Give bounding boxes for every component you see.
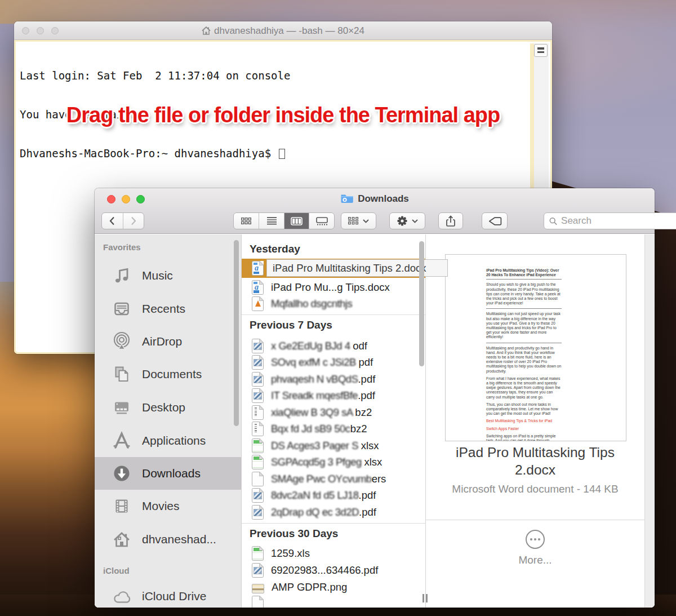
redacted-file-name: DS Acges3 Pager S — [271, 440, 361, 451]
search-icon — [549, 217, 557, 225]
preview-scrollbar-track[interactable] — [644, 234, 655, 608]
column-resize-handle[interactable] — [422, 594, 429, 603]
more-button[interactable] — [426, 530, 644, 551]
file-extension: .pdf — [359, 506, 376, 518]
pdf-file-icon — [252, 488, 264, 503]
list-row[interactable]: 69202983...634466.pdf — [242, 562, 425, 579]
annotation-headline: Drag the file or folder inside the Termi… — [14, 103, 552, 127]
sidebar-item-icloud-drive[interactable]: iCloud Drive — [95, 580, 241, 608]
vlc-file-icon — [252, 296, 264, 311]
sidebar-item-label: Music — [142, 269, 173, 282]
home-icon — [112, 529, 132, 549]
sidebar-item-label: Recents — [142, 302, 185, 316]
doc-paragraph: Should you wish to give a big push to th… — [486, 282, 562, 305]
redacted-file-name: SGPAcqd5g 3 Pfgeg — [271, 456, 364, 468]
file-extension: xlsx — [364, 456, 383, 468]
back-button[interactable] — [102, 213, 123, 229]
list-row[interactable]: AMP GDPR.png — [242, 579, 425, 596]
sidebar-item-label: Downloads — [142, 467, 201, 480]
redacted-file-name: Bqx fd Jd sB9 50c — [271, 423, 350, 435]
file-extension: .pdf — [358, 373, 375, 385]
docx-file-icon — [252, 261, 264, 276]
terminal-line-1: Last login: Sat Feb 2 11:37:04 on consol… — [20, 69, 523, 82]
list-row[interactable]: 1259.xls — [242, 545, 425, 562]
list-row[interactable]: Mqfallho dsgcnthjs — [242, 295, 425, 312]
column-view-button-selected[interactable] — [284, 213, 309, 229]
list-row[interactable]: 2qDrap dQ ec 3d2D.pdf — [242, 504, 425, 521]
list-row[interactable]: SGPAcqd5g 3 Pfgeg xlsx — [242, 454, 425, 471]
icon-view-button[interactable] — [234, 213, 259, 229]
sidebar-item-applications[interactable]: Applications — [95, 424, 241, 457]
sidebar-item-label: Applications — [142, 434, 206, 447]
list-row[interactable]: SMAge Pwc OYcvumbers — [242, 471, 425, 488]
downloads-folder-proxy-icon[interactable] — [340, 193, 354, 203]
list-row[interactable]: x Ge2EdUg BJd 4 odf — [242, 338, 425, 354]
pdf-file-icon — [252, 355, 264, 370]
file-extension: odf — [353, 340, 367, 352]
finder-body: Favorites Music Recents AirDrop Document… — [95, 234, 655, 608]
doc-separator — [486, 308, 562, 309]
desktop-icon — [112, 397, 132, 418]
list-row[interactable]: xiaQliew B 3Q9 sA bz2 — [242, 404, 425, 421]
search-input[interactable] — [561, 215, 676, 227]
chevron-down-icon — [363, 219, 369, 223]
list-scrollbar-thumb[interactable] — [419, 241, 424, 366]
list-row[interactable]: SOvq exfM c JSi2B pdf — [242, 354, 425, 371]
file-name: AMP GDPR.png — [272, 581, 347, 593]
doc-paragraph: From what I have experienced, what makes… — [486, 376, 562, 400]
terminal-titlebar[interactable]: dhvaneshadhiya — -bash — 80×24 — [14, 21, 552, 40]
doc-separator — [486, 279, 562, 280]
sidebar-item-recents[interactable]: Recents — [95, 293, 241, 325]
file-extension: bz2 — [355, 406, 372, 418]
more-label[interactable]: More... — [426, 554, 644, 566]
sidebar-item-downloads-selected[interactable]: Downloads — [95, 457, 241, 490]
forward-button[interactable] — [123, 213, 144, 229]
list-row[interactable]: 8dvc2aN fd d5 LJ18.pdf — [242, 488, 425, 504]
sidebar-item-documents[interactable]: Documents — [95, 358, 241, 391]
gallery-view-button[interactable] — [309, 213, 334, 229]
list-row[interactable]: Bqx fd Jd sB9 50cbz2 — [242, 421, 425, 438]
list-row[interactable]: IT Sreadk mqesfBfe.pdf — [242, 388, 425, 405]
sidebar-item-music[interactable]: Music — [95, 259, 241, 292]
list-row-selected[interactable]: iPad Pro Multitasking Tips 2.docx — [242, 259, 425, 278]
list-row-partial[interactable] — [242, 598, 425, 608]
sidebar-item-airdrop[interactable]: AirDrop — [95, 325, 241, 358]
tag-button[interactable] — [482, 212, 508, 229]
finder-title-text: Downloads — [358, 193, 409, 204]
preview-file-title-line2: 2.docx — [426, 462, 644, 478]
gear-icon — [397, 215, 408, 227]
ellipsis-icon — [526, 530, 545, 549]
file-extension: .pdf — [359, 489, 376, 501]
document-preview-text: iPad Pro Multitasking Tips (Video): Over… — [486, 268, 562, 441]
gallery-view-icon — [316, 217, 328, 225]
sidebar-item-home[interactable]: dhvaneshad... — [95, 523, 241, 556]
group-by-button[interactable] — [341, 212, 376, 229]
doc-heading: iPad Pro Multitasking Tips (Video): Over… — [486, 268, 562, 277]
icloud-drive-icon — [112, 586, 132, 606]
file-name: 1259.xls — [271, 547, 310, 560]
terminal-split-pane-button[interactable] — [534, 44, 548, 57]
sidebar-scrollbar-thumb[interactable] — [234, 240, 239, 426]
list-row[interactable]: iPad Pro Mu...g Tips.docx — [242, 279, 425, 296]
search-field[interactable] — [544, 212, 676, 229]
share-button[interactable] — [438, 212, 463, 229]
image-file-icon — [252, 584, 264, 593]
redacted-file-name: 2qDrap dQ ec 3d2D — [271, 506, 359, 518]
sidebar-item-label: Desktop — [142, 401, 185, 414]
column-view-icon — [291, 217, 303, 225]
terminal-title: dhvaneshadhiya — -bash — 80×24 — [14, 25, 552, 37]
file-extension: bz2 — [350, 423, 367, 435]
redacted-file-name: SMAge Pwc OYcvumb — [271, 473, 372, 485]
sidebar-item-label: Documents — [142, 367, 202, 381]
list-view-button[interactable] — [259, 213, 284, 229]
action-menu-button[interactable] — [389, 212, 425, 229]
finder-titlebar-toolbar[interactable]: Downloads — [95, 188, 655, 234]
excel-file-icon — [252, 438, 264, 453]
redacted-file-name: Mqfallho dsgcnthjs — [271, 298, 352, 309]
file-extension: .pdf — [358, 389, 375, 401]
sidebar-item-desktop[interactable]: Desktop — [95, 391, 241, 424]
list-row[interactable]: DS Acges3 Pager S xlsx — [242, 437, 425, 454]
sidebar-item-movies[interactable]: Movies — [95, 490, 241, 522]
recents-icon — [112, 299, 132, 319]
list-row[interactable]: phvaqesh N vBQdS.pdf — [242, 371, 425, 388]
